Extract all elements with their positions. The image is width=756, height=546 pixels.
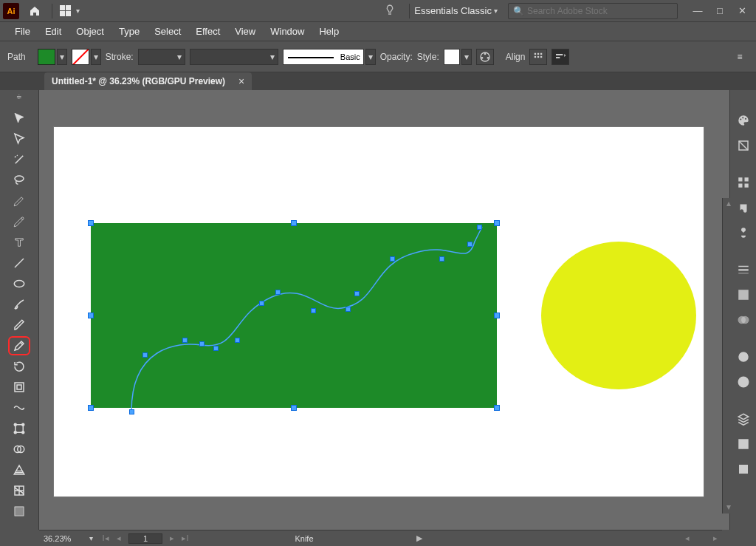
hscroll-right[interactable]: ▸ bbox=[709, 533, 722, 543]
close-tab-button[interactable]: × bbox=[238, 75, 244, 87]
mesh-tool[interactable] bbox=[8, 481, 30, 500]
variable-width-profile[interactable]: ▾ bbox=[190, 49, 278, 65]
anchor-point[interactable] bbox=[477, 225, 482, 230]
gradient-tool[interactable] bbox=[8, 502, 30, 521]
scale-tool[interactable] bbox=[8, 378, 30, 397]
pencil-tool[interactable] bbox=[8, 315, 30, 335]
vertical-scrollbar[interactable]: ▴ ▾ bbox=[722, 198, 734, 513]
menu-effect[interactable]: Effect bbox=[188, 22, 227, 41]
recolor-artwork-button[interactable] bbox=[476, 49, 494, 65]
align-label[interactable]: Align bbox=[506, 52, 526, 62]
graphic-styles-panel-icon[interactable] bbox=[734, 372, 753, 392]
artboards-panel-icon[interactable] bbox=[734, 460, 753, 479]
zoom-dropdown[interactable]: ▾ bbox=[89, 534, 93, 542]
direct-selection-tool[interactable] bbox=[8, 129, 30, 149]
brushes-panel-icon[interactable] bbox=[734, 198, 753, 217]
workspace-switcher[interactable]: Essentials Classic ▾ bbox=[414, 5, 498, 16]
align-panel-button[interactable] bbox=[529, 49, 547, 65]
menu-file[interactable]: File bbox=[7, 22, 38, 41]
menu-type[interactable]: Type bbox=[111, 22, 147, 41]
first-artboard-button[interactable]: I◂ bbox=[99, 533, 112, 543]
type-tool[interactable] bbox=[8, 233, 30, 252]
menu-edit[interactable]: Edit bbox=[38, 22, 69, 41]
anchor-point[interactable] bbox=[142, 352, 148, 358]
selection-handle-bm[interactable] bbox=[291, 405, 297, 411]
selection-handle-br[interactable] bbox=[494, 405, 500, 411]
stroke-weight-field[interactable]: ▾ bbox=[138, 49, 185, 65]
lasso-tool[interactable] bbox=[8, 171, 30, 190]
document-tab[interactable]: Untitled-1* @ 36.23% (RGB/GPU Preview) × bbox=[44, 72, 252, 90]
selection-handle-bl[interactable] bbox=[88, 405, 94, 411]
eyedropper-tool[interactable] bbox=[8, 336, 30, 355]
brush-preview[interactable]: Basic bbox=[283, 49, 364, 65]
anchor-point[interactable] bbox=[311, 308, 316, 313]
hscroll-left[interactable]: ◂ bbox=[681, 533, 694, 543]
fill-control[interactable]: ▾ bbox=[38, 49, 67, 65]
anchor-point[interactable] bbox=[346, 307, 351, 312]
opacity-label[interactable]: Opacity: bbox=[380, 52, 413, 62]
stroke-color-dropdown[interactable]: ▾ bbox=[91, 49, 101, 65]
next-artboard-button[interactable]: ▸ bbox=[165, 533, 179, 543]
rotate-tool[interactable] bbox=[8, 357, 30, 376]
asset-export-panel-icon[interactable] bbox=[734, 434, 753, 454]
paintbrush-tool[interactable] bbox=[8, 295, 30, 314]
anchor-point[interactable] bbox=[235, 338, 240, 343]
color-panel-icon[interactable] bbox=[734, 111, 753, 130]
artboard[interactable] bbox=[54, 127, 704, 496]
selection-handle-tr[interactable] bbox=[494, 220, 500, 226]
discover-button[interactable] bbox=[384, 4, 396, 18]
artboard-number-field[interactable]: 1 bbox=[128, 533, 162, 544]
anchor-point[interactable] bbox=[467, 242, 472, 247]
symbols-panel-icon[interactable] bbox=[734, 223, 753, 242]
search-stock-field[interactable]: 🔍 bbox=[508, 3, 678, 19]
ellipse-tool[interactable] bbox=[8, 274, 30, 293]
appearance-panel-icon[interactable] bbox=[734, 347, 753, 366]
stroke-panel-icon[interactable] bbox=[734, 260, 753, 279]
transparency-panel-icon[interactable] bbox=[734, 310, 753, 330]
transform-panel-button[interactable] bbox=[551, 49, 569, 65]
stroke-control[interactable]: ▾ bbox=[72, 49, 101, 65]
line-segment-tool[interactable] bbox=[8, 253, 30, 273]
selection-handle-mr[interactable] bbox=[494, 313, 500, 318]
search-input[interactable] bbox=[527, 6, 673, 16]
curvature-tool[interactable] bbox=[8, 212, 30, 231]
minimize-button[interactable]: — bbox=[687, 2, 709, 20]
graphic-style-control[interactable]: ▾ bbox=[444, 49, 472, 65]
control-bar-menu[interactable]: ≡ bbox=[731, 49, 749, 65]
anchor-point[interactable] bbox=[199, 341, 205, 347]
anchor-point[interactable] bbox=[129, 409, 134, 414]
layers-panel-icon[interactable] bbox=[734, 409, 753, 429]
style-swatch[interactable] bbox=[444, 49, 460, 65]
stroke-swatch-none[interactable] bbox=[72, 49, 89, 65]
anchor-point[interactable] bbox=[275, 290, 281, 295]
prev-artboard-button[interactable]: ◂ bbox=[112, 533, 126, 543]
status-flyout-button[interactable]: ▶ bbox=[416, 533, 422, 543]
free-transform-tool[interactable] bbox=[8, 419, 30, 438]
selection-handle-tl[interactable] bbox=[88, 220, 94, 226]
last-artboard-button[interactable]: ▸I bbox=[179, 533, 192, 543]
anchor-point[interactable] bbox=[259, 301, 264, 306]
anchor-point[interactable] bbox=[182, 338, 188, 343]
maximize-button[interactable]: □ bbox=[709, 2, 731, 20]
brush-dropdown[interactable]: ▾ bbox=[365, 49, 376, 65]
color-guide-panel-icon[interactable] bbox=[734, 136, 753, 155]
perspective-grid-tool[interactable] bbox=[8, 460, 30, 480]
zoom-level-field[interactable]: 36.23% bbox=[39, 534, 87, 543]
anchor-point[interactable] bbox=[439, 256, 444, 262]
style-dropdown[interactable]: ▾ bbox=[461, 49, 472, 65]
brush-definition[interactable]: Basic ▾ bbox=[283, 49, 376, 65]
home-button[interactable] bbox=[25, 1, 44, 21]
arrange-documents-button[interactable]: ▾ bbox=[57, 5, 83, 16]
fill-swatch[interactable] bbox=[38, 49, 55, 65]
selection-handle-tm[interactable] bbox=[291, 220, 297, 226]
selection-handle-ml[interactable] bbox=[88, 313, 94, 318]
selection-tool[interactable] bbox=[8, 109, 30, 128]
anchor-point[interactable] bbox=[213, 346, 219, 351]
anchor-point[interactable] bbox=[390, 256, 395, 262]
close-window-button[interactable]: ✕ bbox=[731, 2, 753, 20]
width-tool[interactable] bbox=[8, 398, 30, 417]
green-rectangle-shape[interactable] bbox=[91, 223, 497, 408]
swatches-panel-icon[interactable] bbox=[734, 173, 753, 192]
shape-builder-tool[interactable] bbox=[8, 440, 30, 459]
yellow-circle-shape[interactable] bbox=[541, 242, 696, 389]
